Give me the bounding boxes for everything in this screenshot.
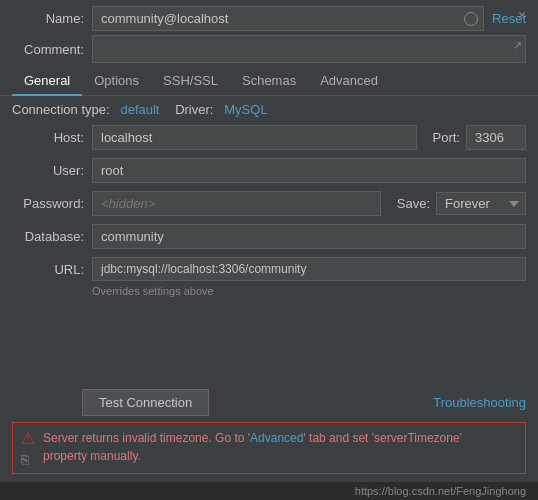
password-input[interactable] bbox=[92, 191, 381, 216]
password-row: Password: Save: Forever Session Never bbox=[12, 191, 526, 216]
advanced-link[interactable]: Advanced bbox=[250, 431, 303, 445]
error-text-part2: ' tab and set 'serverTimezone' bbox=[303, 431, 462, 445]
tabs-bar: General Options SSH/SSL Schemas Advanced bbox=[0, 67, 538, 96]
save-label: Save: bbox=[397, 196, 430, 211]
host-input[interactable] bbox=[92, 125, 417, 150]
comment-row: Comment: ↗ bbox=[0, 33, 538, 65]
url-row: URL: bbox=[12, 257, 526, 281]
error-icons: ⚠ ⎘ bbox=[21, 429, 35, 467]
name-input[interactable] bbox=[92, 6, 484, 31]
port-input[interactable] bbox=[466, 125, 526, 150]
tab-general[interactable]: General bbox=[12, 67, 82, 96]
port-group: Port: bbox=[433, 125, 526, 150]
user-row: User: bbox=[12, 158, 526, 183]
tab-options[interactable]: Options bbox=[82, 67, 151, 96]
connection-type-label: Connection type: bbox=[12, 102, 110, 117]
database-row: Database: bbox=[12, 224, 526, 249]
tab-schemas[interactable]: Schemas bbox=[230, 67, 308, 96]
comment-input-wrapper: ↗ bbox=[92, 35, 526, 63]
error-text-part1: Server returns invalid timezone. Go to ' bbox=[43, 431, 250, 445]
error-icon: ⚠ bbox=[21, 429, 35, 448]
name-input-wrapper bbox=[92, 6, 484, 31]
error-panel: ⚠ ⎘ Server returns invalid timezone. Go … bbox=[12, 422, 526, 474]
expand-icon[interactable]: ↗ bbox=[513, 39, 522, 52]
comment-label: Comment: bbox=[12, 42, 84, 57]
host-row: Host: Port: bbox=[12, 125, 526, 150]
form-area: Host: Port: User: Password: Save: Foreve… bbox=[0, 121, 538, 383]
host-label: Host: bbox=[12, 130, 84, 145]
url-hint: Overrides settings above bbox=[92, 285, 526, 297]
error-text-part3: property manually. bbox=[43, 449, 141, 463]
driver-label: Driver: bbox=[175, 102, 213, 117]
connection-type-value: default bbox=[120, 102, 159, 117]
url-label: URL: bbox=[12, 262, 84, 277]
name-label: Name: bbox=[12, 11, 84, 26]
database-label: Database: bbox=[12, 229, 84, 244]
error-message: Server returns invalid timezone. Go to '… bbox=[43, 429, 517, 465]
comment-input[interactable] bbox=[92, 35, 526, 63]
copy-icon[interactable]: ⎘ bbox=[21, 452, 29, 467]
password-label: Password: bbox=[12, 196, 84, 211]
save-select[interactable]: Forever Session Never bbox=[436, 192, 526, 215]
database-input[interactable] bbox=[92, 224, 526, 249]
user-label: User: bbox=[12, 163, 84, 178]
troubleshooting-link[interactable]: Troubleshooting bbox=[433, 395, 526, 410]
user-input[interactable] bbox=[92, 158, 526, 183]
close-button[interactable]: × bbox=[514, 6, 530, 24]
tab-ssh-ssl[interactable]: SSH/SSL bbox=[151, 67, 230, 96]
driver-value: MySQL bbox=[224, 102, 267, 117]
url-input[interactable] bbox=[92, 257, 526, 281]
connection-type-row: Connection type: default Driver: MySQL bbox=[0, 96, 538, 121]
name-row: Name: Reset bbox=[0, 0, 538, 33]
save-group: Save: Forever Session Never bbox=[397, 192, 526, 215]
buttons-row: Test Connection Troubleshooting bbox=[0, 383, 538, 422]
test-connection-button[interactable]: Test Connection bbox=[82, 389, 209, 416]
tab-advanced[interactable]: Advanced bbox=[308, 67, 390, 96]
port-label: Port: bbox=[433, 130, 460, 145]
connection-dialog: × Name: Reset Comment: ↗ General Options… bbox=[0, 0, 538, 500]
name-circle-icon bbox=[464, 12, 478, 26]
url-bar: https://blog.csdn.net/FengJinghong bbox=[0, 482, 538, 500]
